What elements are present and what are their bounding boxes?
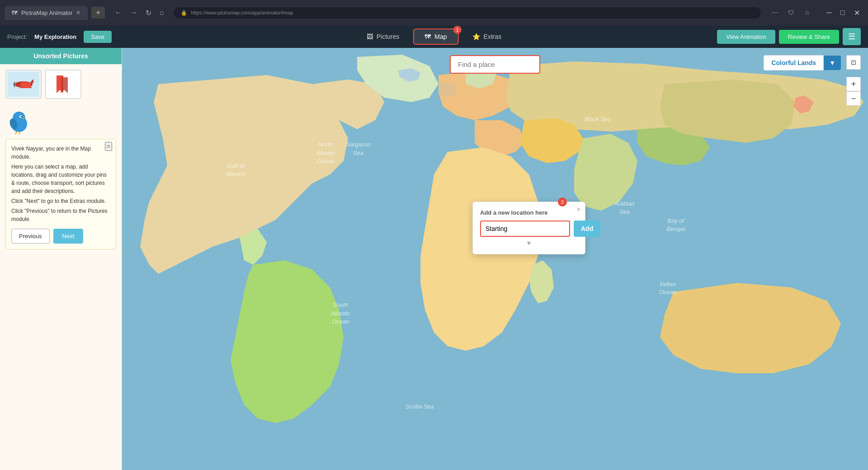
- url-text: https://www.pictramap.com/app/animator#m…: [191, 10, 293, 15]
- pictures-grid: [0, 64, 122, 104]
- tab-favicon: 🗺: [12, 9, 18, 16]
- next-button[interactable]: Next: [53, 229, 84, 244]
- map-tab-icon: 🗺: [425, 33, 431, 40]
- zoom-in-btn[interactable]: +: [846, 77, 861, 91]
- review-share-button[interactable]: Review & Share: [779, 30, 839, 44]
- map-area[interactable]: North Atlantic Ocean South Atlantic Ocea…: [122, 48, 868, 470]
- tab-title: PictraMap Animator: [21, 9, 72, 16]
- picture-thumb-plane[interactable]: [5, 70, 42, 99]
- window-controls: ─ □ ✕: [823, 8, 863, 18]
- pictures-tab-icon: 🖼: [367, 33, 373, 40]
- tab-close-btn[interactable]: ✕: [76, 9, 80, 16]
- mascot-area: ✕ Vivek Nayyar, you are in the Map modul…: [0, 104, 122, 253]
- svg-line-16: [15, 132, 17, 134]
- popup-title: Add a new location here: [480, 209, 578, 216]
- tooltip-hint1: Click "Next" to go to the Extras module.: [11, 197, 110, 205]
- map-controls-top: ⊡: [846, 55, 861, 70]
- browser-nav: ← → ↻ ⌂: [112, 7, 167, 19]
- map-style-label: Colorful Lands: [764, 55, 824, 70]
- tab-map[interactable]: 🗺 Map 1: [413, 28, 458, 45]
- map-tab-label: Map: [434, 33, 447, 40]
- picture-thumb-bookmark[interactable]: [45, 70, 81, 99]
- tooltip-close-btn[interactable]: ✕: [105, 142, 112, 151]
- forward-btn[interactable]: →: [127, 7, 140, 19]
- map-fit-btn[interactable]: ⊡: [846, 55, 861, 70]
- extras-tab-icon: ⭐: [472, 33, 480, 40]
- tooltip-title: Vivek Nayyar, you are in the Map module.: [11, 145, 110, 161]
- browser-chrome: 🗺 PictraMap Animator ✕ + ← → ↻ ⌂ 🔒 https…: [0, 0, 868, 25]
- nav-tabs: 🖼 Pictures 🗺 Map 1 ⭐ Extras: [355, 28, 514, 45]
- tab-pictures[interactable]: 🖼 Pictures: [355, 28, 411, 45]
- extras-tab-label: Extras: [484, 33, 502, 40]
- new-tab-btn[interactable]: +: [91, 7, 104, 19]
- location-name-input[interactable]: [480, 221, 570, 237]
- refresh-btn[interactable]: ↻: [143, 7, 154, 19]
- project-label: Project:: [7, 33, 27, 40]
- popup-input-row: Add: [480, 221, 578, 237]
- previous-button[interactable]: Previous: [11, 229, 50, 244]
- world-map-svg: [122, 48, 868, 470]
- browser-tab-bar: 🗺 PictraMap Animator ✕ + ← → ↻ ⌂ 🔒 https…: [0, 0, 868, 25]
- tooltip-hint2: Click "Previous" to return to the Pictur…: [11, 207, 110, 223]
- maximize-btn[interactable]: □: [837, 8, 849, 18]
- main-content: Unsorted Pictures: [0, 48, 868, 470]
- popup-dropdown-indicator: ▼: [480, 240, 578, 247]
- bookmark-btn[interactable]: ☆: [801, 7, 814, 18]
- tooltip-actions: Previous Next: [11, 229, 110, 244]
- home-btn[interactable]: ⌂: [157, 7, 167, 19]
- back-btn[interactable]: ←: [112, 7, 125, 19]
- minimize-btn[interactable]: ─: [823, 8, 835, 18]
- bookmark-svg: [47, 72, 79, 97]
- zoom-out-btn[interactable]: −: [846, 91, 861, 106]
- svg-point-13: [21, 116, 22, 118]
- security-icon: 🔒: [181, 10, 187, 16]
- active-tab[interactable]: 🗺 PictraMap Animator ✕: [5, 6, 88, 20]
- shield-btn[interactable]: 🛡: [784, 7, 798, 18]
- close-window-btn[interactable]: ✕: [850, 8, 863, 18]
- popup-close-btn[interactable]: ×: [577, 206, 580, 213]
- menu-button[interactable]: ☰: [843, 28, 861, 45]
- browser-actions: ⋯ 🛡 ☆: [768, 7, 814, 18]
- view-animation-button[interactable]: View Animation: [717, 30, 775, 44]
- sidebar: Unsorted Pictures: [0, 48, 122, 470]
- sidebar-header: Unsorted Pictures: [0, 48, 122, 64]
- url-bar[interactable]: 🔒 https://www.pictramap.com/app/animator…: [174, 7, 761, 19]
- find-place-bar: [450, 55, 540, 74]
- add-location-btn[interactable]: Add: [574, 221, 600, 237]
- app-header: Project: My Exploration Save 🖼 Pictures …: [0, 25, 868, 48]
- add-location-popup: 2 × Add a new location here Add ▼: [472, 202, 585, 254]
- project-name: My Exploration: [34, 33, 76, 40]
- extensions-btn[interactable]: ⋯: [768, 7, 782, 18]
- map-zoom-controls: + −: [846, 77, 861, 106]
- header-right: View Animation Review & Share ☰: [717, 28, 861, 45]
- tooltip-box: ✕ Vivek Nayyar, you are in the Map modul…: [5, 139, 116, 249]
- find-place-input[interactable]: [450, 55, 540, 74]
- tab-extras[interactable]: ⭐ Extras: [461, 28, 514, 45]
- mascot-bird-svg: [5, 108, 33, 135]
- pictures-tab-label: Pictures: [377, 33, 400, 40]
- popup-badge: 2: [558, 197, 567, 207]
- save-button[interactable]: Save: [84, 31, 112, 43]
- map-style-dropdown-btn[interactable]: ▼: [824, 56, 841, 70]
- tooltip-body: Here you can select a map, add locations…: [11, 163, 110, 195]
- plane-svg: [8, 72, 39, 97]
- map-style-selector: Colorful Lands ▼: [764, 55, 841, 70]
